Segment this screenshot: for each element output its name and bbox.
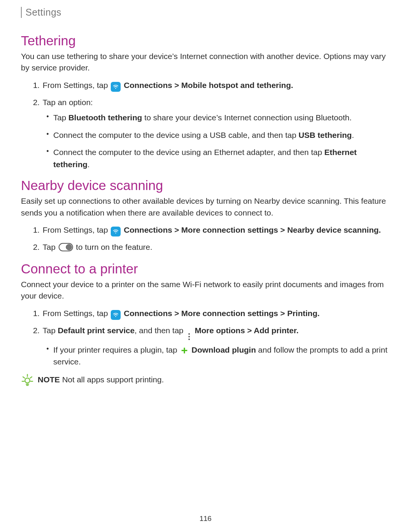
option-text: Connect the computer to the device using… <box>53 148 324 157</box>
list-item: From Settings, tap Connections > Mobile … <box>42 79 390 92</box>
step-text: , and then tap <box>135 326 186 335</box>
list-item: If your printer requires a plugin, tap +… <box>53 344 390 368</box>
section-title-nearby: Nearby device scanning <box>21 178 390 193</box>
step-text: Tap an option: <box>43 98 93 107</box>
lightbulb-icon <box>21 373 34 386</box>
note-label: NOTE <box>38 375 60 384</box>
intro-tethering: You can use tethering to share your devi… <box>21 51 390 74</box>
note-text: Not all apps support printing. <box>60 375 164 384</box>
intro-nearby: Easily set up connections to other avail… <box>21 195 390 219</box>
intro-printer: Connect your device to a printer on the … <box>21 279 390 302</box>
options-list: Tap Bluetooth tethering to share your de… <box>43 112 390 170</box>
option-text: If your printer requires a plugin, tap <box>53 345 180 354</box>
nav-path: Connections > Mobile hotspot and tetheri… <box>124 81 293 89</box>
connections-icon <box>111 227 121 236</box>
options-list: If your printer requires a plugin, tap +… <box>43 344 390 368</box>
steps-nearby: From Settings, tap Connections > More co… <box>21 224 390 254</box>
list-item: From Settings, tap Connections > More co… <box>42 224 390 236</box>
connections-icon <box>111 310 121 320</box>
svg-point-3 <box>25 378 30 383</box>
list-item: Tap to turn on the feature. <box>42 241 390 254</box>
list-item: Connect the computer to the device using… <box>53 146 390 170</box>
option-text: Tap <box>53 113 68 122</box>
section-title-printer: Connect to a printer <box>21 261 390 276</box>
nav-path: More options > Add printer. <box>195 326 299 335</box>
step-text: Tap <box>43 243 58 251</box>
svg-point-2 <box>115 316 116 316</box>
step-text: Tap <box>43 326 58 335</box>
note-row: NOTE Not all apps support printing. <box>21 373 390 386</box>
steps-tethering: From Settings, tap Connections > Mobile … <box>21 79 390 171</box>
toggle-icon <box>59 243 73 251</box>
option-name: USB tethering <box>298 131 352 139</box>
svg-point-0 <box>115 88 116 88</box>
section-title-tethering: Tethering <box>21 33 390 48</box>
svg-point-1 <box>115 233 116 233</box>
list-item: From Settings, tap Connections > More co… <box>42 307 390 320</box>
option-name: Download plugin <box>191 345 256 354</box>
connections-icon <box>111 82 121 92</box>
note-text-container: NOTE Not all apps support printing. <box>38 375 164 384</box>
list-item: Tap Bluetooth tethering to share your de… <box>53 112 390 124</box>
step-text: to turn on the feature. <box>76 243 153 251</box>
svg-line-6 <box>30 377 32 378</box>
option-text: . <box>352 131 354 139</box>
step-text: From Settings, tap <box>43 81 110 89</box>
nav-path: Connections > More connection settings >… <box>124 309 320 318</box>
page-number: 116 <box>0 514 411 523</box>
svg-line-5 <box>23 377 24 378</box>
plus-icon: + <box>180 346 189 355</box>
more-options-icon <box>186 332 192 341</box>
nav-path: Connections > More connection settings >… <box>124 225 381 234</box>
step-text: From Settings, tap <box>43 309 110 318</box>
option-text: to share your device’s Internet connecti… <box>142 113 352 122</box>
list-item: Connect the computer to the device using… <box>53 129 390 141</box>
steps-printer: From Settings, tap Connections > More co… <box>21 307 390 368</box>
list-item: Tap Default print service, and then tap … <box>42 324 390 368</box>
step-text: From Settings, tap <box>43 225 110 234</box>
option-text: Connect the computer to the device using… <box>53 131 298 139</box>
option-text: . <box>88 160 90 169</box>
option-name: Bluetooth tethering <box>68 113 142 122</box>
list-item: Tap an option: Tap Bluetooth tethering t… <box>42 96 390 171</box>
option-name: Default print service <box>58 326 135 335</box>
breadcrumb: Settings <box>21 7 390 18</box>
